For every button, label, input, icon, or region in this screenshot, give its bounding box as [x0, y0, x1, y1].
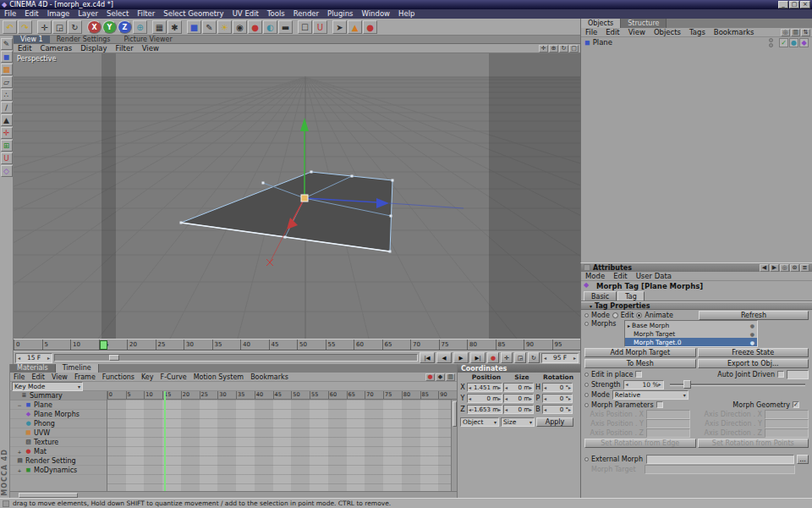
strength-slider[interactable] [670, 384, 805, 386]
menubar-item[interactable]: Help [394, 9, 419, 19]
apply-button[interactable]: Apply [536, 417, 573, 427]
morph-list-item[interactable]: ▸ Base Morph ● [625, 321, 757, 329]
ruler-label[interactable]: 50 [297, 340, 326, 350]
ruler-label[interactable]: 95 [552, 340, 581, 350]
expander-icon[interactable]: + [16, 449, 23, 455]
add-spline-icon[interactable]: ✎ [202, 20, 217, 34]
tab-objects[interactable]: Objects [581, 19, 621, 28]
edges-mode-icon[interactable]: ∕ [1, 102, 13, 113]
tab-view1[interactable]: View 1 [14, 36, 50, 43]
ruler-label[interactable]: 80 [402, 391, 420, 399]
scrollbar-thumb[interactable] [19, 493, 78, 498]
panel-menu-icon[interactable]: ≡ [800, 264, 809, 272]
mode-edit-radio[interactable] [612, 312, 618, 318]
ruler-label[interactable]: 85 [420, 391, 439, 399]
ruler-label[interactable]: 85 [496, 340, 524, 350]
object-tree-item-plane[interactable]: ◼ Plane ✓ ● ◆ [581, 37, 812, 47]
interpolation-mode-dropdown[interactable]: Relative▾ [612, 390, 689, 400]
add-floor-icon[interactable]: ▬ [278, 20, 293, 34]
search-icon[interactable]: ◎ [781, 29, 790, 36]
ruler-label[interactable]: 90 [438, 391, 457, 399]
timeline-tree-item[interactable]: − ◼ Plane [10, 400, 107, 410]
power-slider-handle[interactable] [109, 355, 119, 361]
tab-render-settings[interactable]: Render Settings [50, 36, 118, 43]
timeline-tree-item[interactable]: ≣ Summary [10, 391, 107, 400]
record-scale-toggle[interactable]: ◲ [514, 352, 526, 363]
ruler-label[interactable]: 65 [382, 340, 411, 350]
timeline-vscrollbar[interactable] [451, 400, 457, 491]
redo-icon[interactable]: ↷ [18, 20, 32, 34]
add-camera-icon[interactable]: ◉ [233, 20, 247, 34]
objects-menu-item[interactable]: File [581, 28, 601, 36]
objects-menu-item[interactable]: View [624, 28, 650, 36]
ruler-label[interactable]: 35 [212, 340, 241, 350]
sort-icon[interactable]: ⇅ [801, 29, 810, 36]
add-light-icon[interactable]: ☀ [217, 20, 232, 34]
tab-basic[interactable]: Basic [584, 291, 617, 301]
rotate-tool-icon[interactable]: ↻ [68, 20, 82, 34]
panel-grip[interactable] [584, 264, 590, 271]
ruler-label[interactable]: 40 [240, 340, 269, 350]
viewport-menu-item[interactable]: View [138, 44, 163, 52]
add-environment-icon[interactable]: ◐ [263, 20, 277, 34]
morph-geometry-checkbox[interactable]: ✓ [793, 401, 799, 408]
mode-animate-radio[interactable] [636, 312, 642, 318]
morph-row-icon[interactable]: ● [750, 331, 754, 337]
viewport-menu-item[interactable]: Display [76, 44, 111, 52]
export-obj-button[interactable]: Export to Obj... [698, 359, 809, 368]
ruler-label[interactable]: 20 [127, 340, 156, 350]
scale-tool-icon[interactable]: ◲ [52, 20, 67, 34]
section-tag-properties[interactable]: ▾Tag Properties [581, 301, 812, 310]
timeline-menu-item[interactable]: Functions [99, 373, 138, 381]
play-button[interactable]: ▶ [453, 352, 469, 363]
add-morph-target-button[interactable]: Add Morph Target [584, 348, 696, 357]
selected-point-handle[interactable] [301, 195, 308, 202]
power-slider[interactable] [54, 354, 418, 362]
rotation-h-field[interactable]: ◂0 °▸ [542, 383, 573, 392]
check-tag-icon[interactable]: ✓ [779, 38, 788, 47]
viewport-menu-item[interactable]: Edit [14, 44, 36, 52]
lock-y-axis-icon[interactable]: Y [102, 20, 117, 34]
snap-settings-icon[interactable]: U [1, 152, 13, 164]
menubar-item[interactable]: Select Geometry [159, 9, 228, 19]
attributes-menu-item[interactable]: Edit [609, 272, 631, 280]
tab-tag[interactable]: Tag [617, 291, 645, 301]
zoom-view-icon[interactable]: ⊕ [549, 45, 558, 52]
ruler-label[interactable]: 5 [42, 340, 71, 350]
timeline-menu-item[interactable]: Motion System [190, 373, 248, 381]
move-tool-icon[interactable]: ✛ [37, 20, 52, 34]
timeline-playhead[interactable] [164, 391, 166, 491]
key-mode-dropdown[interactable]: Key Mode▾ [12, 382, 83, 391]
strength-slider-handle[interactable] [683, 380, 691, 389]
ruler-label[interactable]: 75 [439, 340, 468, 350]
minimize-button[interactable]: _ [778, 1, 788, 8]
ruler-label[interactable]: 30 [217, 391, 236, 399]
timeline-tree-item[interactable]: ▦ UVW [10, 428, 107, 438]
morph-row-icon[interactable]: ● [750, 323, 754, 329]
ruler-label[interactable]: 25 [200, 391, 218, 399]
edit-in-place-checkbox[interactable] [635, 371, 642, 378]
undo-icon[interactable]: ↶ [3, 20, 17, 34]
morph-tag-icon[interactable]: ◆ [799, 38, 809, 47]
axis-mode-icon[interactable]: ✛ [1, 127, 13, 139]
cursor-mode-icon[interactable]: ➤ [332, 20, 347, 34]
timeline-hscrollbar[interactable] [10, 491, 457, 498]
attributes-menu-item[interactable]: User Data [632, 272, 676, 280]
keyframe-dot[interactable] [584, 457, 589, 461]
render-view-icon[interactable]: ▦ [152, 20, 167, 34]
ruler-label[interactable]: 30 [184, 340, 212, 350]
record-button[interactable]: ● [487, 352, 499, 363]
timeline-ruler[interactable]: 051015202530354045505560657075808590 [107, 391, 457, 400]
objects-menu-item[interactable]: Bookmarks [710, 28, 759, 36]
menubar-item[interactable]: File [0, 9, 20, 19]
timeline-menu-item[interactable]: Edit [28, 373, 48, 381]
auto-joint-field[interactable] [787, 370, 809, 379]
timeline-keyframe-grid[interactable]: 051015202530354045505560657075808590 [107, 391, 457, 491]
ruler-label[interactable]: 90 [524, 340, 552, 350]
position-x-field[interactable]: ◂1.451 m▸ [467, 383, 502, 392]
workplane-mode-icon[interactable]: ▱ [1, 76, 13, 88]
keyframe-dot[interactable] [584, 383, 589, 387]
sphere-tool-icon[interactable]: ● [363, 20, 377, 34]
menubar-item[interactable]: Render [289, 9, 323, 19]
keyframe-dot[interactable] [584, 313, 589, 318]
